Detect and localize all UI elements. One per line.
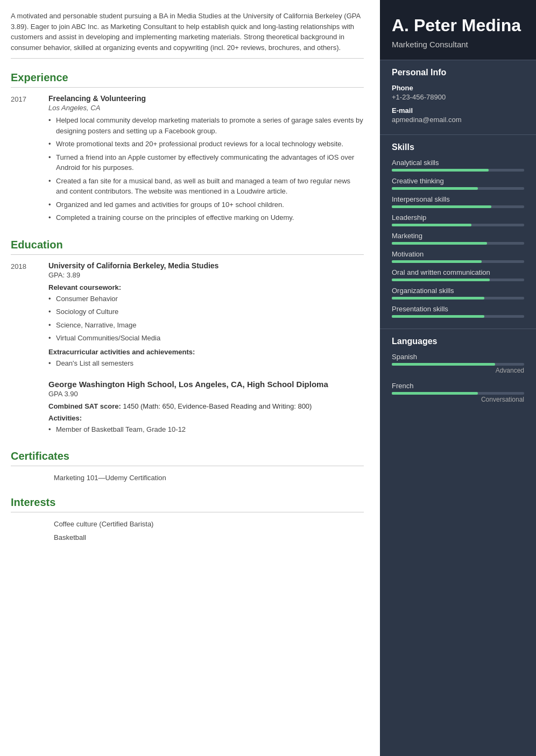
- edu-year: [11, 380, 48, 437]
- coursework-item: Consumer Behavior: [48, 294, 364, 304]
- phone-value: +1-23-456-78900: [392, 93, 524, 101]
- skill-item: Creative thinking: [392, 177, 524, 190]
- skill-item: Motivation: [392, 250, 524, 263]
- skill-item: Marketing: [392, 232, 524, 245]
- skill-bar-bg: [392, 260, 524, 263]
- certificates-section: Certificates Marketing 101—Udemy Certifi…: [11, 447, 364, 483]
- coursework-item: Science, Narrative, Image: [48, 320, 364, 331]
- language-item: FrenchConversational: [392, 382, 524, 403]
- summary-text: A motivated and personable student pursu…: [11, 11, 364, 59]
- edu-detail: University of California Berkeley, Media…: [48, 261, 364, 372]
- skill-bar-fill: [392, 205, 491, 208]
- skill-name: Oral and written communication: [392, 268, 524, 276]
- extra-title: Extracurricular activities and achieveme…: [48, 348, 364, 356]
- skill-bar-fill: [392, 315, 484, 318]
- skill-name: Organizational skills: [392, 287, 524, 295]
- education-section: Education 2018University of California B…: [11, 236, 364, 438]
- coursework-title: Relevant coursework:: [48, 283, 364, 291]
- job-title: Marketing Consultant: [392, 40, 524, 49]
- edu-title-text: University of California Berkeley, Media…: [48, 261, 364, 270]
- certificates-title: Certificates: [11, 447, 364, 466]
- coursework-item: Sociology of Culture: [48, 306, 364, 317]
- skill-bar-bg: [392, 205, 524, 208]
- skill-item: Analytical skills: [392, 159, 524, 172]
- coursework-item: Virtual Communities/Social Media: [48, 333, 364, 344]
- language-bar-bg: [392, 363, 524, 366]
- right-sidebar: A. Peter Medina Marketing Consultant Per…: [380, 0, 536, 756]
- skill-name: Marketing: [392, 232, 524, 240]
- skill-bar-bg: [392, 297, 524, 299]
- bullet-item: Turned a friend into an Apple customer b…: [48, 152, 364, 173]
- skills-title: Skills: [392, 142, 524, 152]
- skill-bar-bg: [392, 187, 524, 190]
- skill-bar-fill: [392, 169, 489, 172]
- edu-detail: George Washington High School, Los Angel…: [48, 380, 364, 437]
- experience-year: 2017: [11, 94, 48, 226]
- skill-bar-bg: [392, 169, 524, 172]
- email-label: E-mail: [392, 106, 524, 115]
- interest-item: Basketball: [54, 532, 364, 543]
- bullet-item: Completed a training course on the princ…: [48, 212, 364, 223]
- skill-name: Interpersonal skills: [392, 195, 524, 203]
- language-name: French: [392, 382, 524, 390]
- skill-bar-bg: [392, 315, 524, 318]
- education-item: 2018University of California Berkeley, M…: [11, 261, 364, 372]
- skill-bar-fill: [392, 260, 482, 263]
- skill-item: Leadership: [392, 213, 524, 226]
- edu-title-text: George Washington High School, Los Angel…: [48, 380, 364, 389]
- language-item: SpanishAdvanced: [392, 353, 524, 374]
- experience-title: Experience: [11, 68, 364, 88]
- skill-item: Organizational skills: [392, 287, 524, 299]
- edu-year: 2018: [11, 261, 48, 372]
- education-title: Education: [11, 236, 364, 255]
- bullet-item: Created a fan site for a musical band, a…: [48, 176, 364, 197]
- skill-bar-fill: [392, 224, 471, 226]
- skill-bar-fill: [392, 297, 484, 299]
- job-title-text: Freelancing & Volunteering: [48, 94, 364, 103]
- interest-item: Coffee culture (Certified Barista): [54, 519, 364, 530]
- job-location: Los Angeles, CA: [48, 104, 364, 112]
- activities-title: Activities:: [48, 414, 364, 422]
- extra-item: Dean's List all semesters: [48, 358, 364, 369]
- right-header: A. Peter Medina Marketing Consultant: [380, 0, 536, 60]
- languages-title: Languages: [392, 337, 524, 346]
- skill-item: Oral and written communication: [392, 268, 524, 281]
- skill-name: Leadership: [392, 213, 524, 222]
- skill-name: Motivation: [392, 250, 524, 258]
- skill-item: Interpersonal skills: [392, 195, 524, 208]
- personal-info-section: Personal Info Phone +1-23-456-78900 E-ma…: [380, 60, 536, 134]
- email-value: apmedina@email.com: [392, 116, 524, 124]
- skill-bar-bg: [392, 224, 524, 226]
- experience-detail: Freelancing & VolunteeringLos Angeles, C…: [48, 94, 364, 226]
- language-name: Spanish: [392, 353, 524, 361]
- phone-label: Phone: [392, 84, 524, 92]
- skill-bar-bg: [392, 242, 524, 245]
- skill-bar-fill: [392, 242, 487, 245]
- interests-section: Interests Coffee culture (Certified Bari…: [11, 493, 364, 543]
- languages-section: Languages SpanishAdvancedFrenchConversat…: [380, 329, 536, 416]
- edu-gpa: GPA: 3.89: [48, 271, 364, 279]
- certificate-item: Marketing 101—Udemy Certification: [54, 473, 364, 483]
- skills-section: Skills Analytical skillsCreative thinkin…: [380, 134, 536, 329]
- language-level: Advanced: [392, 367, 524, 374]
- skill-item: Presentation skills: [392, 305, 524, 318]
- activity-item: Member of Basketball Team, Grade 10-12: [48, 424, 364, 435]
- skill-name: Creative thinking: [392, 177, 524, 185]
- bullet-item: Organized and led games and activities f…: [48, 199, 364, 210]
- experience-item: 2017Freelancing & VolunteeringLos Angele…: [11, 94, 364, 226]
- interests-title: Interests: [11, 493, 364, 512]
- personal-info-title: Personal Info: [392, 68, 524, 77]
- bullet-item: Helped local community develop marketing…: [48, 115, 364, 136]
- skill-bar-bg: [392, 279, 524, 281]
- language-level: Conversational: [392, 396, 524, 403]
- education-item: George Washington High School, Los Angel…: [11, 380, 364, 437]
- skill-name: Analytical skills: [392, 159, 524, 167]
- language-bar-fill: [392, 363, 495, 366]
- language-bar-bg: [392, 392, 524, 395]
- skill-bar-fill: [392, 279, 490, 281]
- experience-section: Experience 2017Freelancing & Volunteerin…: [11, 68, 364, 226]
- skill-bar-fill: [392, 187, 478, 190]
- full-name: A. Peter Medina: [392, 15, 524, 35]
- skill-name: Presentation skills: [392, 305, 524, 313]
- sat-score: Combined SAT score: 1450 (Math: 650, Evi…: [48, 401, 364, 412]
